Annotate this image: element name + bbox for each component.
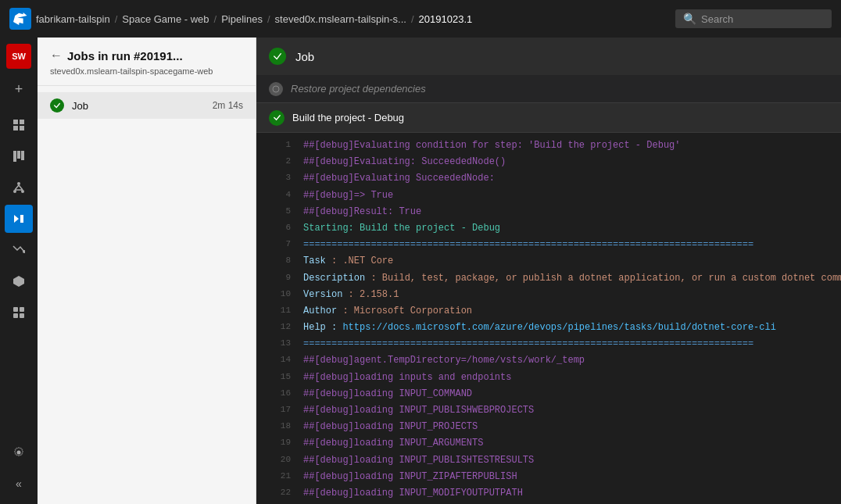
line-text: ##[debug]=> True bbox=[303, 188, 393, 203]
line-number: 8 bbox=[269, 254, 291, 268]
svg-rect-0 bbox=[13, 120, 18, 124]
log-line: 17##[debug]loading INPUT_PUBLISHWEBPROJE… bbox=[256, 402, 841, 419]
back-arrow-icon: ← bbox=[50, 48, 63, 63]
user-avatar[interactable]: SW bbox=[6, 44, 31, 69]
sidebar-extensions[interactable] bbox=[5, 298, 33, 327]
log-line: 22##[debug]loading INPUT_MODIFYOUTPUTPAT… bbox=[256, 485, 841, 502]
sidebar-settings[interactable] bbox=[5, 438, 33, 466]
svg-rect-2 bbox=[13, 126, 18, 130]
line-number: 14 bbox=[269, 353, 291, 367]
run-title: Jobs in run #20191... bbox=[67, 49, 183, 63]
log-line: 20##[debug]loading INPUT_PUBLISHTESTRESU… bbox=[256, 452, 841, 469]
line-number: 9 bbox=[269, 271, 291, 285]
line-number: 19 bbox=[269, 436, 291, 450]
line-text: ##[debug]Result: True bbox=[303, 205, 421, 220]
svg-rect-4 bbox=[13, 151, 16, 162]
line-number: 13 bbox=[269, 337, 291, 351]
breadcrumb-sep-1: / bbox=[115, 13, 118, 25]
job-name: Job bbox=[72, 100, 205, 112]
line-text: ##[debug]loading INPUT_COMMAND bbox=[303, 387, 472, 402]
line-text: ##[debug]loading INPUT_MODIFYOUTPUTPATH bbox=[303, 486, 523, 501]
line-text: ##[debug]Evaluating condition for step: … bbox=[303, 138, 680, 153]
svg-rect-15 bbox=[13, 313, 18, 318]
line-text: Version : 2.158.1 bbox=[303, 288, 399, 302]
log-line: 10Version : 2.158.1 bbox=[256, 287, 841, 303]
sidebar-home[interactable] bbox=[5, 111, 33, 139]
breadcrumb-org[interactable]: fabrikam-tailspin bbox=[36, 13, 110, 25]
sidebar-icons: SW + « bbox=[0, 38, 38, 504]
job-list: Job 2m 14s bbox=[38, 86, 256, 125]
svg-point-17 bbox=[17, 451, 21, 455]
log-line: 21##[debug]loading INPUT_ZIPAFTERPUBLISH bbox=[256, 469, 841, 485]
build-step-title: Build the project - Debug bbox=[292, 112, 404, 123]
breadcrumb-project[interactable]: Space Game - web bbox=[122, 13, 209, 25]
line-text: ##[debug]loading INPUT_PROJECTS bbox=[303, 420, 478, 434]
sidebar-artifacts[interactable] bbox=[5, 267, 33, 295]
breadcrumb-sep-2: / bbox=[214, 13, 217, 25]
log-line: 6Starting: Build the project - Debug bbox=[256, 220, 841, 237]
line-text: ##[debug]Evaluating SucceededNode: bbox=[303, 171, 495, 186]
breadcrumb-sep-3: / bbox=[267, 13, 270, 25]
line-number: 2 bbox=[269, 155, 291, 169]
line-text: Author : Microsoft Corporation bbox=[303, 304, 472, 319]
log-line: 1##[debug]Evaluating condition for step:… bbox=[256, 138, 841, 154]
sidebar-repos[interactable] bbox=[5, 173, 33, 202]
search-icon: 🔍 bbox=[683, 13, 696, 25]
log-line: 9Description : Build, test, package, or … bbox=[256, 270, 841, 287]
search-input[interactable] bbox=[701, 13, 824, 25]
line-text: Help : https://docs.microsoft.com/azure/… bbox=[303, 320, 776, 335]
log-line: 11Author : Microsoft Corporation bbox=[256, 303, 841, 320]
line-number: 4 bbox=[269, 188, 291, 202]
svg-rect-14 bbox=[20, 307, 24, 312]
line-text: ========================================… bbox=[303, 238, 753, 252]
collapsed-step-icon bbox=[269, 82, 283, 96]
line-number: 7 bbox=[269, 238, 291, 252]
svg-point-7 bbox=[17, 182, 20, 185]
search-box[interactable]: 🔍 bbox=[675, 9, 832, 28]
log-content[interactable]: 1##[debug]Evaluating condition for step:… bbox=[256, 133, 841, 504]
log-line: 16##[debug]loading INPUT_COMMAND bbox=[256, 386, 841, 402]
sidebar-collapse[interactable]: « bbox=[5, 470, 33, 498]
line-text: ##[debug]loading INPUT_PUBLISHTESTRESULT… bbox=[303, 453, 534, 468]
log-line: 4##[debug]=> True bbox=[256, 188, 841, 204]
log-line: 7=======================================… bbox=[256, 237, 841, 253]
svg-rect-1 bbox=[20, 120, 24, 124]
back-button[interactable]: ← Jobs in run #20191... bbox=[50, 48, 243, 63]
log-line: 12Help : https://docs.microsoft.com/azur… bbox=[256, 320, 841, 336]
azure-devops-logo[interactable] bbox=[9, 8, 31, 30]
svg-rect-16 bbox=[20, 313, 24, 318]
collapsed-step[interactable]: Restore project dependencies bbox=[256, 75, 841, 103]
log-line: 14##[debug]agent.TempDirectory=/home/vst… bbox=[256, 352, 841, 369]
log-line: 5##[debug]Result: True bbox=[256, 204, 841, 220]
breadcrumb-sep-4: / bbox=[411, 13, 414, 25]
run-subtitle: steved0x.mslearn-tailspin-spacegame-web bbox=[50, 66, 243, 77]
line-text: ##[debug]agent.TempDirectory=/home/vsts/… bbox=[303, 353, 585, 368]
build-step-header[interactable]: Build the project - Debug bbox=[256, 103, 841, 133]
line-text: Task : .NET Core bbox=[303, 254, 393, 269]
sidebar-pipelines[interactable] bbox=[5, 205, 33, 233]
line-number: 5 bbox=[269, 205, 291, 219]
build-step-status-icon bbox=[269, 110, 285, 126]
sidebar-add[interactable]: + bbox=[5, 75, 33, 103]
breadcrumb-run-id[interactable]: 20191023.1 bbox=[419, 13, 473, 25]
line-number: 20 bbox=[269, 453, 291, 467]
left-panel: ← Jobs in run #20191... steved0x.mslearn… bbox=[38, 38, 256, 504]
sidebar-testplans[interactable] bbox=[5, 236, 33, 264]
breadcrumb-pipeline-name[interactable]: steved0x.mslearn-tailspin-s... bbox=[275, 13, 406, 25]
line-number: 22 bbox=[269, 486, 291, 500]
log-line: 15##[debug]loading inputs and endpoints bbox=[256, 370, 841, 386]
line-text: ##[debug]loading inputs and endpoints bbox=[303, 370, 511, 385]
breadcrumb-pipelines[interactable]: Pipelines bbox=[221, 13, 263, 25]
line-text: Starting: Build the project - Debug bbox=[303, 221, 500, 236]
job-item[interactable]: Job 2m 14s bbox=[38, 92, 256, 119]
line-number: 17 bbox=[269, 403, 291, 417]
svg-point-18 bbox=[273, 86, 279, 92]
log-line: 13======================================… bbox=[256, 336, 841, 352]
job-duration: 2m 14s bbox=[213, 100, 243, 111]
line-text: Description : Build, test, package, or p… bbox=[303, 271, 841, 286]
sidebar-boards[interactable] bbox=[5, 142, 33, 170]
line-number: 21 bbox=[269, 470, 291, 484]
line-text: ##[debug]loading INPUT_ARGUMENTS bbox=[303, 436, 483, 451]
line-text: ========================================… bbox=[303, 337, 753, 352]
job-header-status-icon bbox=[269, 48, 286, 65]
